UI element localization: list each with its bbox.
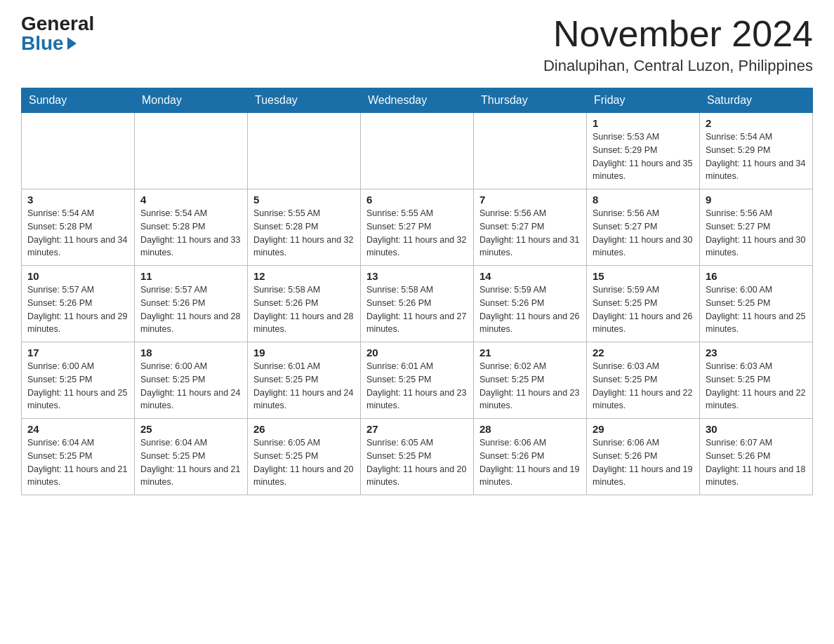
calendar-cell: 15Sunrise: 5:59 AMSunset: 5:25 PMDayligh… [587,266,700,342]
day-number: 4 [140,194,241,206]
logo: General Blue [21,14,94,53]
calendar-cell: 26Sunrise: 6:05 AMSunset: 5:25 PMDayligh… [248,419,361,495]
day-number: 1 [593,117,694,129]
day-info: Sunrise: 5:59 AMSunset: 5:25 PMDaylight:… [593,283,694,336]
day-info: Sunrise: 6:07 AMSunset: 5:26 PMDaylight:… [706,436,807,489]
day-number: 19 [253,347,355,358]
weekday-header-sunday: Sunday [22,88,135,113]
calendar-cell [22,113,135,189]
day-info: Sunrise: 6:03 AMSunset: 5:25 PMDaylight:… [593,360,694,412]
day-info: Sunrise: 5:58 AMSunset: 5:26 PMDaylight:… [253,283,355,336]
calendar-cell: 20Sunrise: 6:01 AMSunset: 5:25 PMDayligh… [361,342,474,419]
day-number: 8 [593,194,694,206]
calendar-cell: 9Sunrise: 5:56 AMSunset: 5:27 PMDaylight… [700,189,813,266]
calendar-cell [135,113,248,189]
calendar-cell: 10Sunrise: 5:57 AMSunset: 5:26 PMDayligh… [22,266,135,342]
weekday-header-saturday: Saturday [700,88,813,113]
day-info: Sunrise: 6:06 AMSunset: 5:26 PMDaylight:… [593,436,694,489]
month-title: November 2024 [543,14,813,54]
day-number: 30 [706,423,807,435]
calendar-cell: 11Sunrise: 5:57 AMSunset: 5:26 PMDayligh… [135,266,248,342]
day-number: 5 [253,194,355,206]
day-number: 17 [27,347,128,358]
day-info: Sunrise: 6:03 AMSunset: 5:25 PMDaylight:… [706,360,807,412]
day-number: 11 [140,270,241,282]
calendar-cell: 18Sunrise: 6:00 AMSunset: 5:25 PMDayligh… [135,342,248,419]
day-info: Sunrise: 5:56 AMSunset: 5:27 PMDaylight:… [706,207,807,260]
day-number: 29 [593,423,694,435]
day-number: 25 [140,423,241,435]
calendar-cell: 6Sunrise: 5:55 AMSunset: 5:27 PMDaylight… [361,189,474,266]
weekday-header-thursday: Thursday [474,88,587,113]
day-info: Sunrise: 5:53 AMSunset: 5:29 PMDaylight:… [593,130,694,183]
week-row-4: 17Sunrise: 6:00 AMSunset: 5:25 PMDayligh… [22,342,813,419]
day-info: Sunrise: 6:04 AMSunset: 5:25 PMDaylight:… [27,436,128,489]
calendar-table: SundayMondayTuesdayWednesdayThursdayFrid… [21,88,813,495]
day-number: 26 [253,423,355,435]
calendar-cell: 29Sunrise: 6:06 AMSunset: 5:26 PMDayligh… [587,419,700,495]
location-title: Dinalupihan, Central Luzon, Philippines [543,57,813,75]
logo-general: General [21,14,94,34]
day-number: 6 [366,194,468,206]
calendar-cell: 5Sunrise: 5:55 AMSunset: 5:28 PMDaylight… [248,189,361,266]
day-info: Sunrise: 6:02 AMSunset: 5:25 PMDaylight:… [479,360,581,412]
weekday-header-friday: Friday [587,88,700,113]
calendar-cell: 8Sunrise: 5:56 AMSunset: 5:27 PMDaylight… [587,189,700,266]
day-info: Sunrise: 6:04 AMSunset: 5:25 PMDaylight:… [140,436,241,489]
weekday-header-row: SundayMondayTuesdayWednesdayThursdayFrid… [22,88,813,113]
day-number: 14 [479,270,581,282]
calendar-cell: 13Sunrise: 5:58 AMSunset: 5:26 PMDayligh… [361,266,474,342]
week-row-2: 3Sunrise: 5:54 AMSunset: 5:28 PMDaylight… [22,189,813,266]
logo-triangle-icon [67,37,77,50]
calendar-cell [361,113,474,189]
calendar-cell: 24Sunrise: 6:04 AMSunset: 5:25 PMDayligh… [22,419,135,495]
day-number: 12 [253,270,355,282]
day-info: Sunrise: 5:58 AMSunset: 5:26 PMDaylight:… [366,283,468,336]
day-number: 28 [479,423,581,435]
day-number: 24 [27,423,128,435]
calendar-cell [248,113,361,189]
day-number: 10 [27,270,128,282]
calendar-cell: 12Sunrise: 5:58 AMSunset: 5:26 PMDayligh… [248,266,361,342]
calendar-cell: 1Sunrise: 5:53 AMSunset: 5:29 PMDaylight… [587,113,700,189]
day-number: 16 [706,270,807,282]
day-number: 22 [593,347,694,358]
day-number: 20 [366,347,468,358]
day-number: 3 [27,194,128,206]
calendar-cell: 4Sunrise: 5:54 AMSunset: 5:28 PMDaylight… [135,189,248,266]
calendar-cell: 7Sunrise: 5:56 AMSunset: 5:27 PMDaylight… [474,189,587,266]
day-info: Sunrise: 6:06 AMSunset: 5:26 PMDaylight:… [479,436,581,489]
calendar-cell: 23Sunrise: 6:03 AMSunset: 5:25 PMDayligh… [700,342,813,419]
day-info: Sunrise: 5:55 AMSunset: 5:27 PMDaylight:… [366,207,468,260]
weekday-header-wednesday: Wednesday [361,88,474,113]
week-row-5: 24Sunrise: 6:04 AMSunset: 5:25 PMDayligh… [22,419,813,495]
day-info: Sunrise: 5:54 AMSunset: 5:28 PMDaylight:… [140,207,241,260]
day-info: Sunrise: 6:05 AMSunset: 5:25 PMDaylight:… [366,436,468,489]
calendar-cell: 16Sunrise: 6:00 AMSunset: 5:25 PMDayligh… [700,266,813,342]
calendar-cell: 21Sunrise: 6:02 AMSunset: 5:25 PMDayligh… [474,342,587,419]
weekday-header-monday: Monday [135,88,248,113]
day-info: Sunrise: 6:01 AMSunset: 5:25 PMDaylight:… [253,360,355,412]
day-number: 23 [706,347,807,358]
day-number: 9 [706,194,807,206]
day-info: Sunrise: 5:59 AMSunset: 5:26 PMDaylight:… [479,283,581,336]
day-info: Sunrise: 6:05 AMSunset: 5:25 PMDaylight:… [253,436,355,489]
calendar-cell: 28Sunrise: 6:06 AMSunset: 5:26 PMDayligh… [474,419,587,495]
week-row-1: 1Sunrise: 5:53 AMSunset: 5:29 PMDaylight… [22,113,813,189]
calendar-cell: 30Sunrise: 6:07 AMSunset: 5:26 PMDayligh… [700,419,813,495]
day-info: Sunrise: 5:56 AMSunset: 5:27 PMDaylight:… [593,207,694,260]
day-info: Sunrise: 5:54 AMSunset: 5:29 PMDaylight:… [706,130,807,183]
calendar-cell: 3Sunrise: 5:54 AMSunset: 5:28 PMDaylight… [22,189,135,266]
day-info: Sunrise: 6:00 AMSunset: 5:25 PMDaylight:… [27,360,128,412]
calendar-cell: 14Sunrise: 5:59 AMSunset: 5:26 PMDayligh… [474,266,587,342]
title-area: November 2024 Dinalupihan, Central Luzon… [543,14,813,75]
day-info: Sunrise: 5:57 AMSunset: 5:26 PMDaylight:… [140,283,241,336]
calendar-cell: 25Sunrise: 6:04 AMSunset: 5:25 PMDayligh… [135,419,248,495]
day-info: Sunrise: 6:00 AMSunset: 5:25 PMDaylight:… [706,283,807,336]
day-info: Sunrise: 5:55 AMSunset: 5:28 PMDaylight:… [253,207,355,260]
day-info: Sunrise: 6:01 AMSunset: 5:25 PMDaylight:… [366,360,468,412]
day-number: 27 [366,423,468,435]
calendar-cell: 27Sunrise: 6:05 AMSunset: 5:25 PMDayligh… [361,419,474,495]
weekday-header-tuesday: Tuesday [248,88,361,113]
calendar-cell: 2Sunrise: 5:54 AMSunset: 5:29 PMDaylight… [700,113,813,189]
